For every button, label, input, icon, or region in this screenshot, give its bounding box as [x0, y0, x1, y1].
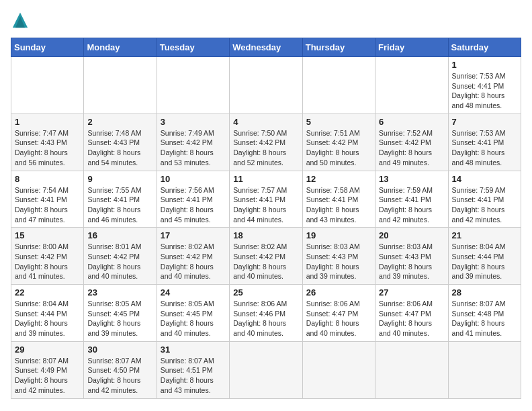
calendar-cell: 20 Sunrise: 8:03 AMSunset: 4:43 PMDaylig…: [375, 228, 448, 285]
calendar-cell: 7 Sunrise: 7:53 AMSunset: 4:41 PMDayligh…: [448, 113, 521, 171]
calendar-cell: 24 Sunrise: 8:05 AMSunset: 4:45 PMDaylig…: [157, 285, 229, 342]
calendar-cell: [84, 57, 157, 114]
day-number: 15: [15, 230, 80, 240]
day-number: 22: [15, 287, 80, 298]
day-detail: Sunrise: 8:06 AMSunset: 4:46 PMDaylight:…: [233, 299, 298, 338]
calendar-cell: 8 Sunrise: 7:54 AMSunset: 4:41 PMDayligh…: [11, 171, 84, 228]
calendar-cell: [11, 57, 84, 114]
calendar-cell: 30 Sunrise: 8:07 AMSunset: 4:50 PMDaylig…: [84, 341, 157, 398]
day-number: 4: [233, 117, 298, 127]
day-number: 29: [15, 345, 80, 355]
day-number: 24: [161, 287, 226, 298]
day-detail: Sunrise: 7:51 AMSunset: 4:42 PMDaylight:…: [306, 128, 371, 168]
calendar-cell: 11 Sunrise: 7:57 AMSunset: 4:41 PMDaylig…: [230, 171, 302, 228]
day-number: 5: [306, 117, 371, 127]
calendar-cell: 23 Sunrise: 8:05 AMSunset: 4:45 PMDaylig…: [84, 285, 157, 342]
logo: [11, 11, 32, 30]
day-detail: Sunrise: 8:02 AMSunset: 4:42 PMDaylight:…: [233, 242, 298, 281]
logo-icon: [11, 11, 30, 30]
calendar-week-4: 15 Sunrise: 8:00 AMSunset: 4:42 PMDaylig…: [11, 228, 521, 285]
day-number: 16: [87, 230, 152, 240]
calendar-cell: 18 Sunrise: 8:02 AMSunset: 4:42 PMDaylig…: [230, 228, 302, 285]
day-number: 10: [161, 174, 226, 184]
calendar-cell: 19 Sunrise: 8:03 AMSunset: 4:43 PMDaylig…: [302, 228, 375, 285]
day-detail: Sunrise: 8:03 AMSunset: 4:43 PMDaylight:…: [379, 242, 444, 281]
day-number: 21: [452, 230, 517, 240]
day-detail: Sunrise: 7:55 AMSunset: 4:41 PMDaylight:…: [87, 185, 152, 225]
day-detail: Sunrise: 7:52 AMSunset: 4:42 PMDaylight:…: [379, 128, 444, 168]
day-detail: Sunrise: 8:02 AMSunset: 4:42 PMDaylight:…: [161, 242, 226, 281]
day-number: 19: [306, 230, 371, 240]
day-number: 18: [233, 230, 298, 240]
day-detail: Sunrise: 8:05 AMSunset: 4:45 PMDaylight:…: [161, 299, 226, 338]
calendar-cell: [230, 341, 302, 398]
day-detail: Sunrise: 8:01 AMSunset: 4:42 PMDaylight:…: [87, 242, 152, 281]
calendar-cell: 21 Sunrise: 8:04 AMSunset: 4:44 PMDaylig…: [448, 228, 521, 285]
calendar-cell: 28 Sunrise: 8:07 AMSunset: 4:48 PMDaylig…: [448, 285, 521, 342]
calendar-cell: 26 Sunrise: 8:06 AMSunset: 4:47 PMDaylig…: [302, 285, 375, 342]
calendar-cell: 4 Sunrise: 7:50 AMSunset: 4:42 PMDayligh…: [230, 113, 302, 171]
day-header-wednesday: Wednesday: [230, 38, 302, 57]
calendar-week-1: 1 Sunrise: 7:53 AMSunset: 4:41 PMDayligh…: [11, 57, 521, 114]
calendar-cell: 2 Sunrise: 7:48 AMSunset: 4:43 PMDayligh…: [84, 113, 157, 171]
day-number: 7: [452, 117, 517, 127]
day-detail: Sunrise: 8:05 AMSunset: 4:45 PMDaylight:…: [87, 299, 152, 338]
day-number: 1: [15, 117, 80, 127]
calendar-cell: 27 Sunrise: 8:06 AMSunset: 4:47 PMDaylig…: [375, 285, 448, 342]
day-detail: Sunrise: 8:07 AMSunset: 4:48 PMDaylight:…: [452, 299, 517, 338]
day-detail: Sunrise: 7:56 AMSunset: 4:41 PMDaylight:…: [161, 185, 226, 225]
day-detail: Sunrise: 8:07 AMSunset: 4:51 PMDaylight:…: [161, 356, 226, 396]
day-detail: Sunrise: 7:57 AMSunset: 4:41 PMDaylight:…: [233, 185, 298, 225]
day-number: 27: [379, 287, 444, 298]
day-number: 30: [87, 345, 152, 355]
calendar-cell: 3 Sunrise: 7:49 AMSunset: 4:42 PMDayligh…: [157, 113, 229, 171]
calendar-cell: 14 Sunrise: 7:59 AMSunset: 4:41 PMDaylig…: [448, 171, 521, 228]
day-detail: Sunrise: 7:59 AMSunset: 4:41 PMDaylight:…: [379, 185, 444, 225]
day-detail: Sunrise: 7:53 AMSunset: 4:41 PMDaylight:…: [452, 71, 517, 111]
day-number: 23: [87, 287, 152, 298]
day-header-tuesday: Tuesday: [157, 38, 229, 57]
day-number: 17: [161, 230, 226, 240]
calendar-cell: 16 Sunrise: 8:01 AMSunset: 4:42 PMDaylig…: [84, 228, 157, 285]
day-header-monday: Monday: [84, 38, 157, 57]
calendar-cell: 13 Sunrise: 7:59 AMSunset: 4:41 PMDaylig…: [375, 171, 448, 228]
day-number: 26: [306, 287, 371, 298]
calendar-cell: 31 Sunrise: 8:07 AMSunset: 4:51 PMDaylig…: [157, 341, 229, 398]
calendar-cell: 1 Sunrise: 7:53 AMSunset: 4:41 PMDayligh…: [448, 57, 521, 114]
day-number: 8: [15, 174, 80, 184]
day-header-saturday: Saturday: [448, 38, 521, 57]
day-number: 1: [452, 60, 517, 70]
calendar-cell: [302, 57, 375, 114]
day-detail: Sunrise: 8:03 AMSunset: 4:43 PMDaylight:…: [306, 242, 371, 281]
calendar-cell: 25 Sunrise: 8:06 AMSunset: 4:46 PMDaylig…: [230, 285, 302, 342]
calendar-week-5: 22 Sunrise: 8:04 AMSunset: 4:44 PMDaylig…: [11, 285, 521, 342]
day-detail: Sunrise: 8:06 AMSunset: 4:47 PMDaylight:…: [306, 299, 371, 338]
day-number: 31: [161, 345, 226, 355]
day-detail: Sunrise: 7:58 AMSunset: 4:41 PMDaylight:…: [306, 185, 371, 225]
day-detail: Sunrise: 8:07 AMSunset: 4:50 PMDaylight:…: [87, 356, 152, 396]
calendar-cell: 10 Sunrise: 7:56 AMSunset: 4:41 PMDaylig…: [157, 171, 229, 228]
calendar-cell: [375, 341, 448, 398]
calendar-week-6: 29 Sunrise: 8:07 AMSunset: 4:49 PMDaylig…: [11, 341, 521, 398]
day-detail: Sunrise: 7:48 AMSunset: 4:43 PMDaylight:…: [87, 128, 152, 168]
day-number: 14: [452, 174, 517, 184]
calendar-cell: [230, 57, 302, 114]
day-detail: Sunrise: 8:07 AMSunset: 4:49 PMDaylight:…: [15, 356, 80, 396]
calendar-cell: [375, 57, 448, 114]
calendar-week-2: 1 Sunrise: 7:47 AMSunset: 4:43 PMDayligh…: [11, 113, 521, 171]
calendar-cell: 6 Sunrise: 7:52 AMSunset: 4:42 PMDayligh…: [375, 113, 448, 171]
day-number: 9: [87, 174, 152, 184]
day-header-thursday: Thursday: [302, 38, 375, 57]
calendar-cell: 5 Sunrise: 7:51 AMSunset: 4:42 PMDayligh…: [302, 113, 375, 171]
calendar-header-row: SundayMondayTuesdayWednesdayThursdayFrid…: [11, 38, 521, 57]
day-detail: Sunrise: 8:06 AMSunset: 4:47 PMDaylight:…: [379, 299, 444, 338]
calendar-cell: 22 Sunrise: 8:04 AMSunset: 4:44 PMDaylig…: [11, 285, 84, 342]
day-number: 2: [87, 117, 152, 127]
day-number: 25: [233, 287, 298, 298]
day-detail: Sunrise: 8:04 AMSunset: 4:44 PMDaylight:…: [15, 299, 80, 338]
calendar-cell: 29 Sunrise: 8:07 AMSunset: 4:49 PMDaylig…: [11, 341, 84, 398]
day-detail: Sunrise: 8:04 AMSunset: 4:44 PMDaylight:…: [452, 242, 517, 281]
calendar-cell: 1 Sunrise: 7:47 AMSunset: 4:43 PMDayligh…: [11, 113, 84, 171]
page-header: [11, 11, 521, 30]
day-detail: Sunrise: 7:47 AMSunset: 4:43 PMDaylight:…: [15, 128, 80, 168]
